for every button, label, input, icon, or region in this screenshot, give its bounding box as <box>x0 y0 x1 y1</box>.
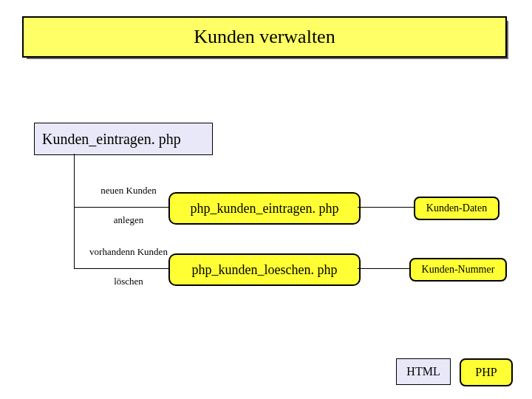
tree-vertical-line <box>74 154 75 268</box>
tag-kunden-nummer: Kunden-Nummer <box>409 258 507 282</box>
edge-label-branch2-top: vorhandenn Kunden <box>77 246 180 258</box>
entry-box: Kunden_eintragen. php <box>34 123 213 155</box>
action-box-loeschen-label: php_kunden_loeschen. php <box>192 262 338 278</box>
legend-php-label: PHP <box>475 366 497 379</box>
title-box: Kunden verwalten <box>22 16 507 58</box>
edge-label-branch2-bottom: löschen <box>77 276 180 287</box>
title-text: Kunden verwalten <box>194 26 335 48</box>
tag-kunden-daten-label: Kunden-Daten <box>426 202 487 214</box>
tag-kunden-daten: Kunden-Daten <box>414 197 499 220</box>
action-box-eintragen-label: php_kunden_eintragen. php <box>191 201 339 216</box>
action-box-eintragen: php_kunden_eintragen. php <box>168 192 361 225</box>
edge-label-branch1-top: neuen Kunden <box>77 185 180 197</box>
legend-php: PHP <box>460 358 513 386</box>
legend-html: HTML <box>396 358 451 385</box>
tag-kunden-nummer-label: Kunden-Nummer <box>422 264 495 276</box>
edge-label-branch1-bottom: anlegen <box>77 214 180 226</box>
action-box-loeschen: php_kunden_loeschen. php <box>168 253 361 286</box>
entry-box-label: Kunden_eintragen. php <box>42 131 181 148</box>
connector-branch2-left <box>74 268 168 269</box>
legend-html-label: HTML <box>406 365 440 378</box>
connector-branch1-left <box>74 207 168 208</box>
